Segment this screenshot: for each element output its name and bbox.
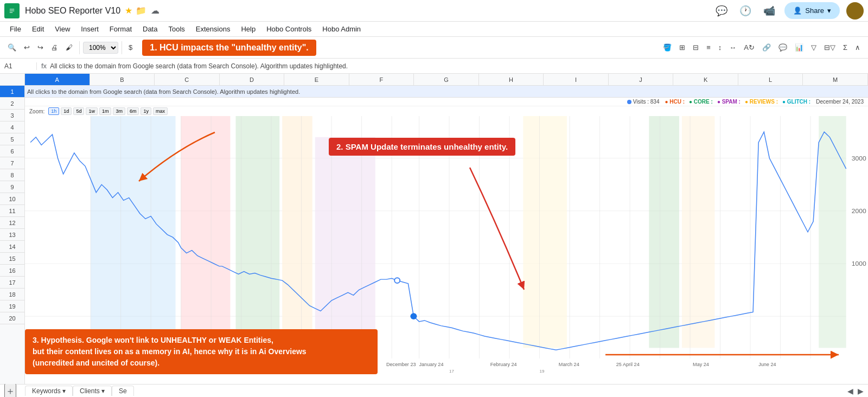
align-icon[interactable]: ≡ [703,41,714,54]
legend-date: December 24, 2023 [816,99,864,105]
sum-icon[interactable]: Σ [840,41,851,54]
col-header-c[interactable]: C [155,74,220,85]
col-header-l[interactable]: L [738,74,803,85]
row-num-10[interactable]: 10 [0,193,24,205]
comment-icon[interactable]: 💬 [775,41,790,54]
row-num-16[interactable]: 16 [0,265,24,277]
menu-item-hobo-controls[interactable]: Hobo Controls [261,23,317,35]
col-header-i[interactable]: I [544,74,609,85]
row-num-2[interactable]: 2 [0,98,24,110]
share-button[interactable]: 👤 Share ▾ [784,2,840,19]
text-rotate-icon[interactable]: A↻ [741,41,758,54]
svg-text:19: 19 [540,369,545,374]
svg-rect-9 [91,116,175,348]
menu-item-view[interactable]: View [49,23,75,35]
row-num-18[interactable]: 18 [0,289,24,300]
menu-item-hobo-admin[interactable]: Hobo Admin [317,23,366,35]
sheet-tab-clients-label: Clients [80,387,100,395]
chart-icon[interactable]: 📊 [792,41,807,54]
zoom-3m[interactable]: 3m [113,107,125,115]
valign-icon[interactable]: ↕ [715,41,725,54]
zoom-1m[interactable]: 1m [99,107,112,115]
row-num-13[interactable]: 13 [0,229,24,241]
fill-color-icon[interactable]: 🪣 [660,41,675,54]
svg-text:25 April 24: 25 April 24 [616,362,640,368]
menu-item-help[interactable]: Help [235,23,261,35]
cell-reference[interactable]: A1 [4,62,37,70]
wrap-icon[interactable]: ↔ [726,41,739,54]
zoom-1h[interactable]: 1h [48,107,59,115]
comments-icon[interactable]: 💬 [713,2,730,20]
row-num-1[interactable]: 1 [0,86,24,98]
row-num-17[interactable]: 17 [0,277,24,289]
filter-views-icon[interactable]: ⊟▽ [821,41,839,54]
menu-item-file[interactable]: File [4,23,27,35]
cloud-icon[interactable]: ☁ [151,5,159,16]
menu-item-edit[interactable]: Edit [27,23,49,35]
history-icon[interactable]: 🕐 [737,2,754,20]
filter-icon[interactable]: ▽ [808,41,820,54]
menu-item-extensions[interactable]: Extensions [190,23,236,35]
col-header-h[interactable]: H [479,74,544,85]
sheet-tab-clients[interactable]: Clients ▾ [73,386,112,396]
meet-icon[interactable]: 📹 [761,2,778,20]
undo-icon[interactable]: ↩ [21,41,33,54]
zoom-6m[interactable]: 6m [127,107,139,115]
row-num-6[interactable]: 6 [0,145,24,157]
top-bar: Hobo SEO Reporter V10 ★ 📁 ☁ 💬 🕐 📹 👤 Shar… [0,0,868,22]
svg-text:3000: 3000 [852,155,866,162]
menu-item-format[interactable]: Format [104,23,137,35]
print-icon[interactable]: 🖨 [48,41,61,54]
sheet-tab-se[interactable]: Se [112,386,134,396]
paint-format-icon[interactable]: 🖌 [62,41,76,54]
col-header-a[interactable]: A [25,74,90,85]
col-header-m[interactable]: M [803,74,868,85]
row-num-3[interactable]: 3 [0,110,24,121]
row-num-20[interactable]: 20 [0,312,24,324]
toolbar: 🔍 ↩ ↪ 🖨 🖌 100% $ 1. HCU impacts the "unh… [0,37,868,59]
link-icon[interactable]: 🔗 [759,41,774,54]
collapse-icon[interactable]: ∧ [852,41,864,54]
svg-text:December 23: December 23 [386,362,416,368]
zoom-max[interactable]: max [153,107,168,115]
svg-point-43 [394,278,400,283]
tab-next[interactable]: ▶ [858,387,864,395]
col-header-b[interactable]: B [90,74,155,85]
col-header-j[interactable]: J [609,74,674,85]
merge-icon[interactable]: ⊟ [690,41,702,54]
row-num-19[interactable]: 19 [0,300,24,312]
redo-icon[interactable]: ↪ [34,41,47,54]
row-num-14[interactable]: 14 [0,241,24,253]
add-sheet-button[interactable]: ＋ [4,383,16,398]
menu-item-tools[interactable]: Tools [163,23,190,35]
svg-rect-14 [523,116,567,348]
row-num-11[interactable]: 11 [0,205,24,217]
col-header-e[interactable]: E [284,74,349,85]
menu-item-data[interactable]: Data [137,23,163,35]
zoom-1y[interactable]: 1y [141,107,151,115]
tab-prev[interactable]: ◀ [847,387,853,395]
search-icon[interactable]: 🔍 [4,41,20,54]
star-icon[interactable]: ★ [125,5,132,16]
row-num-5[interactable]: 5 [0,133,24,145]
legend-visits-label: Visits : 834 [633,99,660,105]
col-header-d[interactable]: D [220,74,285,85]
menu-item-insert[interactable]: Insert [75,23,104,35]
row-num-9[interactable]: 9 [0,181,24,193]
col-header-g[interactable]: G [414,74,479,85]
row-num-4[interactable]: 4 [0,121,24,133]
row-num-7[interactable]: 7 [0,157,24,169]
col-header-k[interactable]: K [673,74,738,85]
zoom-1w[interactable]: 1w [86,107,98,115]
row-num-15[interactable]: 15 [0,253,24,265]
col-header-f[interactable]: F [349,74,414,85]
border-icon[interactable]: ⊞ [676,41,688,54]
zoom-1d[interactable]: 1d [61,107,72,115]
folder-icon[interactable]: 📁 [136,5,146,16]
row-num-12[interactable]: 12 [0,217,24,229]
sheet-tab-keywords[interactable]: Keywords ▾ [25,386,73,396]
row-num-8[interactable]: 8 [0,169,24,181]
bottom-bar: ＋ Keywords ▾ Clients ▾ Se ◀ ▶ [0,384,868,397]
zoom-select[interactable]: 100% [83,42,118,54]
zoom-5d[interactable]: 5d [73,107,84,115]
